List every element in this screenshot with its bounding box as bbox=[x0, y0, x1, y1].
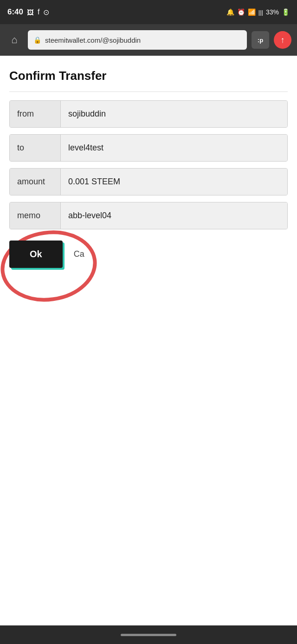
clipboard-button[interactable]: :p bbox=[252, 31, 269, 49]
url-bar[interactable]: 🔒 steemitwallet.com/@sojibuddin bbox=[28, 30, 247, 50]
to-label: to bbox=[10, 135, 61, 161]
alarm2-icon: ⏰ bbox=[237, 8, 245, 16]
amount-row: amount 0.001 STEEM bbox=[9, 168, 288, 195]
from-label: from bbox=[10, 101, 61, 127]
ok-button[interactable]: Ok bbox=[9, 241, 63, 268]
page-content: Confirm Transfer from sojibuddin to leve… bbox=[0, 56, 297, 286]
battery-text: 33% bbox=[266, 8, 279, 16]
alarm-icon: 🔔 bbox=[226, 8, 234, 16]
cancel-button[interactable]: Ca bbox=[74, 249, 84, 259]
memo-value: abb-level04 bbox=[61, 202, 287, 229]
signal-icon: ||| bbox=[258, 9, 263, 16]
to-row: to level4test bbox=[9, 134, 288, 162]
memo-row: memo abb-level04 bbox=[9, 202, 288, 229]
status-right: 🔔 ⏰ 📶 ||| 33% 🔋 bbox=[226, 8, 290, 16]
clipboard-label: :p bbox=[258, 37, 263, 44]
amount-value: 0.001 STEEM bbox=[61, 169, 287, 195]
upload-icon: ↑ bbox=[281, 35, 285, 45]
battery-icon: 🔋 bbox=[282, 8, 290, 16]
nav-bar bbox=[0, 625, 297, 644]
facebook-icon: f bbox=[38, 8, 39, 16]
nav-pill bbox=[121, 634, 176, 636]
lock-icon: 🔒 bbox=[33, 36, 41, 44]
status-bar: 6:40 🖼 f ⊙ 🔔 ⏰ 📶 ||| 33% 🔋 bbox=[0, 0, 297, 24]
url-text: steemitwallet.com/@sojibuddin bbox=[45, 36, 141, 44]
amount-label: amount bbox=[10, 169, 61, 195]
wifi-icon: 📶 bbox=[248, 8, 256, 16]
from-row: from sojibuddin bbox=[9, 100, 288, 128]
upload-button[interactable]: ↑ bbox=[274, 31, 291, 49]
ok-wrapper: Ok bbox=[9, 241, 63, 268]
page-title: Confirm Transfer bbox=[9, 69, 288, 83]
browser-bar: ⌂ 🔒 steemitwallet.com/@sojibuddin :p ↑ bbox=[0, 24, 297, 56]
home-icon: ⌂ bbox=[11, 34, 17, 46]
buttons-row: Ok Ca bbox=[9, 241, 288, 268]
to-value: level4test bbox=[61, 135, 287, 161]
from-value: sojibuddin bbox=[61, 101, 287, 127]
status-left: 6:40 🖼 f ⊙ bbox=[7, 7, 49, 17]
divider bbox=[9, 91, 288, 92]
memo-label: memo bbox=[10, 202, 61, 229]
home-button[interactable]: ⌂ bbox=[6, 31, 23, 49]
status-time: 6:40 bbox=[7, 7, 23, 17]
photo-icon: 🖼 bbox=[27, 8, 34, 16]
messenger-icon: ⊙ bbox=[43, 8, 49, 17]
